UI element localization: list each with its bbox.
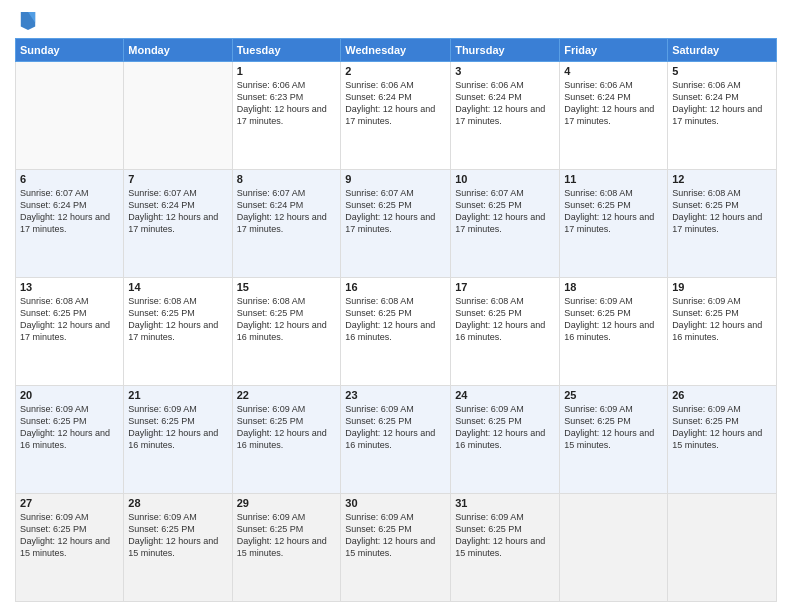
day-number: 10 [455,173,555,185]
day-number: 3 [455,65,555,77]
calendar-cell: 5Sunrise: 6:06 AM Sunset: 6:24 PM Daylig… [668,62,777,170]
week-row-1: 1Sunrise: 6:06 AM Sunset: 6:23 PM Daylig… [16,62,777,170]
day-number: 26 [672,389,772,401]
day-number: 25 [564,389,663,401]
day-number: 13 [20,281,119,293]
calendar-cell: 8Sunrise: 6:07 AM Sunset: 6:24 PM Daylig… [232,170,341,278]
calendar-cell: 30Sunrise: 6:09 AM Sunset: 6:25 PM Dayli… [341,494,451,602]
day-info: Sunrise: 6:08 AM Sunset: 6:25 PM Dayligh… [564,187,663,236]
calendar-cell: 6Sunrise: 6:07 AM Sunset: 6:24 PM Daylig… [16,170,124,278]
day-info: Sunrise: 6:09 AM Sunset: 6:25 PM Dayligh… [564,295,663,344]
day-number: 22 [237,389,337,401]
day-info: Sunrise: 6:06 AM Sunset: 6:24 PM Dayligh… [672,79,772,128]
day-number: 30 [345,497,446,509]
weekday-monday: Monday [124,39,232,62]
day-info: Sunrise: 6:09 AM Sunset: 6:25 PM Dayligh… [20,511,119,560]
calendar-cell [560,494,668,602]
day-info: Sunrise: 6:08 AM Sunset: 6:25 PM Dayligh… [455,295,555,344]
week-row-3: 13Sunrise: 6:08 AM Sunset: 6:25 PM Dayli… [16,278,777,386]
calendar-cell: 1Sunrise: 6:06 AM Sunset: 6:23 PM Daylig… [232,62,341,170]
day-number: 1 [237,65,337,77]
day-number: 2 [345,65,446,77]
day-number: 8 [237,173,337,185]
day-info: Sunrise: 6:09 AM Sunset: 6:25 PM Dayligh… [672,403,772,452]
calendar-cell: 4Sunrise: 6:06 AM Sunset: 6:24 PM Daylig… [560,62,668,170]
calendar-cell: 15Sunrise: 6:08 AM Sunset: 6:25 PM Dayli… [232,278,341,386]
calendar-cell [124,62,232,170]
week-row-2: 6Sunrise: 6:07 AM Sunset: 6:24 PM Daylig… [16,170,777,278]
weekday-row: SundayMondayTuesdayWednesdayThursdayFrid… [16,39,777,62]
calendar-cell: 25Sunrise: 6:09 AM Sunset: 6:25 PM Dayli… [560,386,668,494]
day-number: 20 [20,389,119,401]
weekday-wednesday: Wednesday [341,39,451,62]
day-info: Sunrise: 6:07 AM Sunset: 6:24 PM Dayligh… [128,187,227,236]
calendar-cell: 27Sunrise: 6:09 AM Sunset: 6:25 PM Dayli… [16,494,124,602]
day-info: Sunrise: 6:07 AM Sunset: 6:25 PM Dayligh… [455,187,555,236]
calendar-cell: 24Sunrise: 6:09 AM Sunset: 6:25 PM Dayli… [451,386,560,494]
header [15,10,777,32]
day-number: 12 [672,173,772,185]
day-info: Sunrise: 6:08 AM Sunset: 6:25 PM Dayligh… [672,187,772,236]
day-number: 31 [455,497,555,509]
day-info: Sunrise: 6:07 AM Sunset: 6:24 PM Dayligh… [20,187,119,236]
calendar-cell [16,62,124,170]
calendar-cell: 3Sunrise: 6:06 AM Sunset: 6:24 PM Daylig… [451,62,560,170]
calendar-cell: 7Sunrise: 6:07 AM Sunset: 6:24 PM Daylig… [124,170,232,278]
weekday-saturday: Saturday [668,39,777,62]
day-number: 5 [672,65,772,77]
day-number: 23 [345,389,446,401]
calendar-cell: 11Sunrise: 6:08 AM Sunset: 6:25 PM Dayli… [560,170,668,278]
day-info: Sunrise: 6:06 AM Sunset: 6:24 PM Dayligh… [345,79,446,128]
calendar-cell: 31Sunrise: 6:09 AM Sunset: 6:25 PM Dayli… [451,494,560,602]
weekday-tuesday: Tuesday [232,39,341,62]
day-info: Sunrise: 6:09 AM Sunset: 6:25 PM Dayligh… [237,403,337,452]
calendar-cell: 28Sunrise: 6:09 AM Sunset: 6:25 PM Dayli… [124,494,232,602]
calendar-cell: 10Sunrise: 6:07 AM Sunset: 6:25 PM Dayli… [451,170,560,278]
week-row-4: 20Sunrise: 6:09 AM Sunset: 6:25 PM Dayli… [16,386,777,494]
week-row-5: 27Sunrise: 6:09 AM Sunset: 6:25 PM Dayli… [16,494,777,602]
day-number: 17 [455,281,555,293]
calendar-cell: 17Sunrise: 6:08 AM Sunset: 6:25 PM Dayli… [451,278,560,386]
calendar-cell: 2Sunrise: 6:06 AM Sunset: 6:24 PM Daylig… [341,62,451,170]
day-info: Sunrise: 6:09 AM Sunset: 6:25 PM Dayligh… [345,403,446,452]
day-info: Sunrise: 6:09 AM Sunset: 6:25 PM Dayligh… [20,403,119,452]
calendar-cell [668,494,777,602]
day-info: Sunrise: 6:08 AM Sunset: 6:25 PM Dayligh… [128,295,227,344]
calendar-cell: 16Sunrise: 6:08 AM Sunset: 6:25 PM Dayli… [341,278,451,386]
day-number: 19 [672,281,772,293]
calendar-cell: 19Sunrise: 6:09 AM Sunset: 6:25 PM Dayli… [668,278,777,386]
calendar-cell: 14Sunrise: 6:08 AM Sunset: 6:25 PM Dayli… [124,278,232,386]
calendar-cell: 18Sunrise: 6:09 AM Sunset: 6:25 PM Dayli… [560,278,668,386]
calendar-cell: 21Sunrise: 6:09 AM Sunset: 6:25 PM Dayli… [124,386,232,494]
weekday-thursday: Thursday [451,39,560,62]
day-number: 28 [128,497,227,509]
day-info: Sunrise: 6:09 AM Sunset: 6:25 PM Dayligh… [128,403,227,452]
calendar-cell: 29Sunrise: 6:09 AM Sunset: 6:25 PM Dayli… [232,494,341,602]
day-info: Sunrise: 6:06 AM Sunset: 6:24 PM Dayligh… [455,79,555,128]
day-info: Sunrise: 6:08 AM Sunset: 6:25 PM Dayligh… [237,295,337,344]
calendar-cell: 26Sunrise: 6:09 AM Sunset: 6:25 PM Dayli… [668,386,777,494]
calendar-cell: 13Sunrise: 6:08 AM Sunset: 6:25 PM Dayli… [16,278,124,386]
day-number: 9 [345,173,446,185]
day-number: 14 [128,281,227,293]
day-info: Sunrise: 6:08 AM Sunset: 6:25 PM Dayligh… [20,295,119,344]
day-number: 27 [20,497,119,509]
day-info: Sunrise: 6:07 AM Sunset: 6:25 PM Dayligh… [345,187,446,236]
page: SundayMondayTuesdayWednesdayThursdayFrid… [0,0,792,612]
day-number: 24 [455,389,555,401]
day-number: 21 [128,389,227,401]
logo [15,10,37,32]
day-number: 7 [128,173,227,185]
calendar: SundayMondayTuesdayWednesdayThursdayFrid… [15,38,777,602]
day-info: Sunrise: 6:09 AM Sunset: 6:25 PM Dayligh… [455,511,555,560]
day-number: 18 [564,281,663,293]
day-number: 6 [20,173,119,185]
day-info: Sunrise: 6:09 AM Sunset: 6:25 PM Dayligh… [564,403,663,452]
calendar-body: 1Sunrise: 6:06 AM Sunset: 6:23 PM Daylig… [16,62,777,602]
day-info: Sunrise: 6:06 AM Sunset: 6:24 PM Dayligh… [564,79,663,128]
day-number: 4 [564,65,663,77]
weekday-sunday: Sunday [16,39,124,62]
day-info: Sunrise: 6:07 AM Sunset: 6:24 PM Dayligh… [237,187,337,236]
calendar-header: SundayMondayTuesdayWednesdayThursdayFrid… [16,39,777,62]
calendar-cell: 23Sunrise: 6:09 AM Sunset: 6:25 PM Dayli… [341,386,451,494]
